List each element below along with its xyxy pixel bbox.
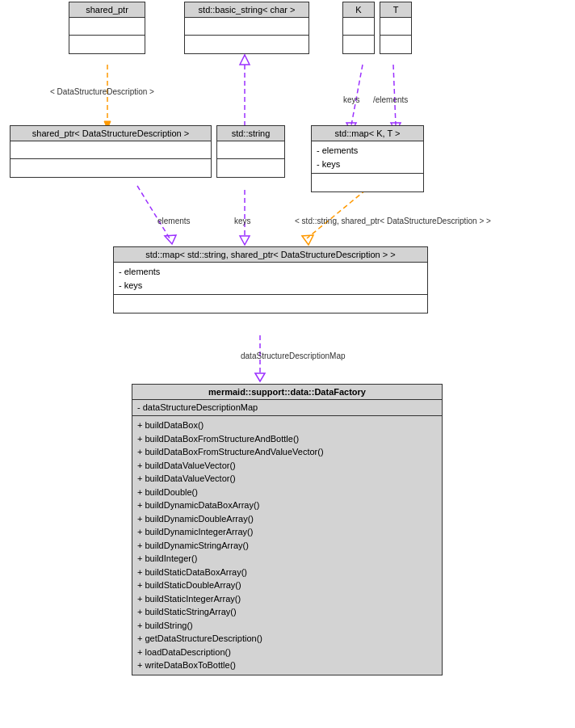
shared-ptr-header: shared_ptr <box>69 2 145 18</box>
t-box: T <box>380 2 412 54</box>
std-map-main-section2 <box>114 295 427 313</box>
std-map-kt-section2 <box>312 174 423 191</box>
svg-marker-9 <box>165 235 176 244</box>
svg-line-12 <box>307 190 366 238</box>
svg-marker-3 <box>240 55 250 65</box>
std-string-section1 <box>217 141 284 159</box>
std-string-section2 <box>217 159 284 177</box>
t-header: T <box>380 2 411 18</box>
elements-label-mid: elements <box>157 217 191 225</box>
shared-ptr-desc-box: shared_ptr< DataStructureDescription > <box>10 125 212 178</box>
keys-label-top: keys <box>343 95 360 104</box>
t-section2 <box>380 36 411 53</box>
diagram-container: shared_ptr std::basic_string< char > K T… <box>0 0 575 728</box>
std-map-kt-box: std::map< K, T > - elements - keys <box>311 125 424 192</box>
k-header: K <box>343 2 374 18</box>
svg-marker-13 <box>302 235 313 245</box>
t-section1 <box>380 18 411 36</box>
data-factory-methods: + buildDataBox() + buildDataBoxFromStruc… <box>132 416 442 675</box>
svg-marker-11 <box>240 236 250 245</box>
svg-marker-15 <box>255 373 265 381</box>
elements-label-top: /elements <box>373 95 408 104</box>
basic-string-box: std::basic_string< char > <box>184 2 309 54</box>
shared-ptr-desc-section2 <box>10 159 211 177</box>
dsDescMap-label: dataStructureDescriptionMap <box>241 351 346 360</box>
dsd-arrow-label: < DataStructureDescription > <box>50 87 154 96</box>
data-factory-attr: - dataStructureDescriptionMap <box>132 400 442 416</box>
std-map-main-members: - elements - keys <box>114 263 427 295</box>
std-map-main-header: std::map< std::string, shared_ptr< DataS… <box>114 247 427 263</box>
data-factory-box: mermaid::support::data::DataFactory - da… <box>132 384 443 675</box>
basic-string-section2 <box>185 36 308 53</box>
std-map-kt-members: - elements - keys <box>312 141 423 174</box>
k-box: K <box>342 2 375 54</box>
std-map-kt-header: std::map< K, T > <box>312 126 423 141</box>
shared-ptr-desc-header: shared_ptr< DataStructureDescription > <box>10 126 211 141</box>
shared-ptr-section2 <box>69 36 145 53</box>
basic-string-header: std::basic_string< char > <box>185 2 308 18</box>
std-string-shared-label: < std::string, shared_ptr< DataStructure… <box>295 217 491 225</box>
std-string-header: std::string <box>217 126 284 141</box>
data-factory-header: mermaid::support::data::DataFactory <box>132 385 442 400</box>
shared-ptr-desc-section1 <box>10 141 211 159</box>
std-string-box: std::string <box>216 125 285 178</box>
shared-ptr-section1 <box>69 18 145 36</box>
keys-label-mid: keys <box>234 217 251 225</box>
k-section1 <box>343 18 374 36</box>
svg-line-8 <box>137 186 170 238</box>
shared-ptr-box: shared_ptr <box>69 2 145 54</box>
basic-string-section1 <box>185 18 308 36</box>
k-section2 <box>343 36 374 53</box>
std-map-main-box: std::map< std::string, shared_ptr< DataS… <box>113 246 428 314</box>
